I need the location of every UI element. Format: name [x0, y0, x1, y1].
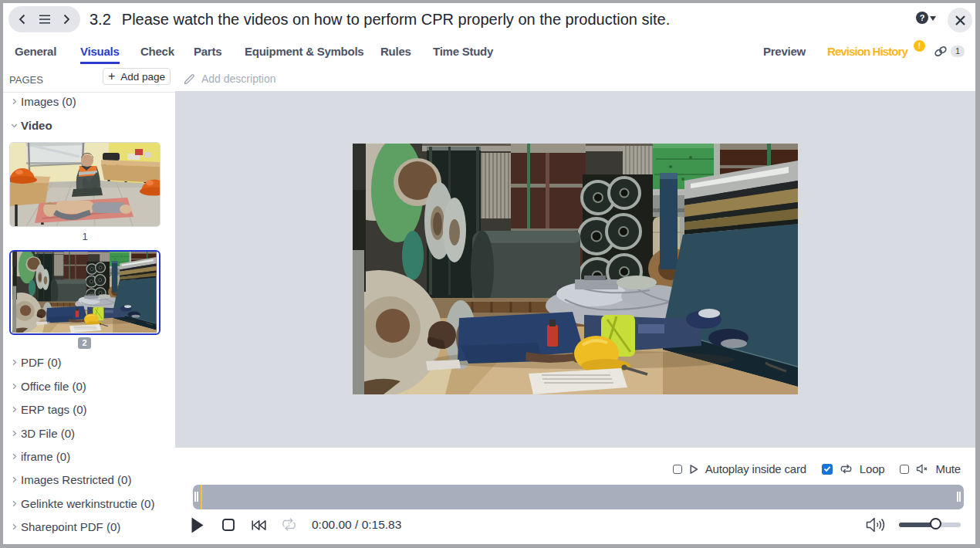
svg-text:1: 1 — [288, 522, 291, 527]
